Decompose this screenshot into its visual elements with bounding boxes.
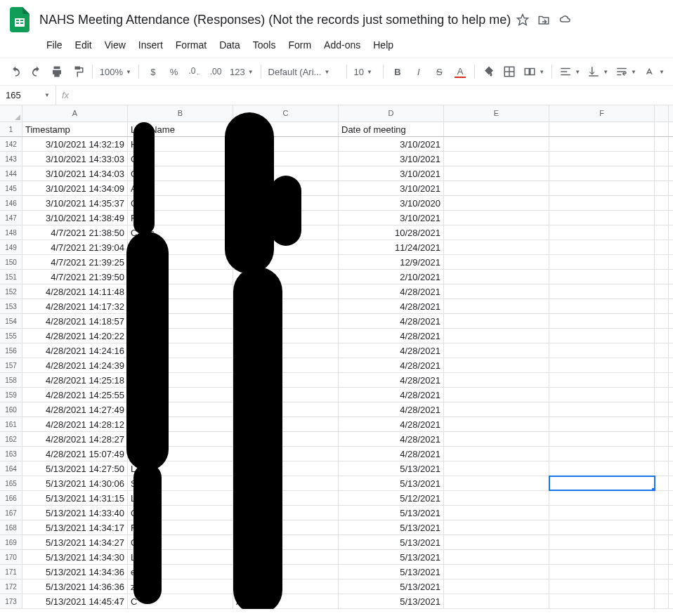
cell[interactable]	[233, 432, 339, 446]
row-header[interactable]: 152	[0, 284, 22, 299]
row-header[interactable]: 160	[0, 402, 22, 417]
cell[interactable]	[233, 373, 339, 387]
cell[interactable]	[444, 166, 549, 181]
cell[interactable]: 12/9/2021	[339, 255, 444, 269]
cell[interactable]	[655, 211, 669, 225]
cell[interactable]: 4/28/2021 14:24:16	[22, 343, 128, 358]
cell[interactable]	[444, 299, 549, 313]
cell[interactable]: C	[128, 506, 233, 520]
horizontal-align-button[interactable]: ▼	[556, 65, 583, 78]
cell[interactable]	[655, 402, 669, 417]
cell[interactable]	[549, 476, 655, 490]
cell[interactable]: 5/13/2021	[339, 565, 444, 579]
cell[interactable]	[549, 122, 655, 136]
cell[interactable]	[444, 343, 549, 358]
cell[interactable]: Ca s	[128, 255, 233, 269]
cell[interactable]: L	[128, 491, 233, 505]
cell[interactable]	[233, 284, 339, 299]
row-header[interactable]: 173	[0, 594, 22, 608]
cell[interactable]: F	[128, 520, 233, 535]
cell[interactable]	[549, 284, 655, 299]
cell[interactable]: H	[128, 137, 233, 151]
cell[interactable]: 3/10/2021 14:35:37	[22, 196, 128, 210]
cell[interactable]: 4/28/2021 14:24:39	[22, 358, 128, 372]
row-header[interactable]: 166	[0, 491, 22, 505]
redo-button[interactable]	[27, 62, 46, 81]
column-header-d[interactable]: D	[339, 105, 444, 122]
cell[interactable]	[444, 402, 549, 417]
cell[interactable]	[444, 270, 549, 284]
cell[interactable]: l	[233, 196, 339, 210]
cell[interactable]	[549, 343, 655, 358]
row-header[interactable]: 148	[0, 225, 22, 240]
row-header[interactable]: 170	[0, 550, 22, 564]
column-header-f[interactable]: F	[549, 105, 655, 122]
italic-button[interactable]: I	[409, 62, 429, 81]
cell[interactable]	[233, 314, 339, 328]
cell[interactable]	[444, 122, 549, 136]
cell[interactable]: 5/13/2021	[339, 594, 444, 608]
cell[interactable]: 4/7/2021 21:38:50	[22, 225, 128, 240]
cell[interactable]	[233, 240, 339, 254]
cell[interactable]	[444, 373, 549, 387]
cell[interactable]	[655, 461, 669, 476]
cell[interactable]	[233, 476, 339, 490]
cell[interactable]: on	[233, 137, 339, 151]
cell[interactable]: dy	[128, 358, 233, 372]
cell[interactable]: 3/10/2021 14:34:03	[22, 166, 128, 181]
cell[interactable]	[655, 343, 669, 358]
cell[interactable]: 3/10/2021	[339, 211, 444, 225]
cell[interactable]	[549, 299, 655, 313]
cell[interactable]	[549, 240, 655, 254]
cell[interactable]: 5/13/2021	[339, 461, 444, 476]
row-header[interactable]: 169	[0, 535, 22, 549]
row-header[interactable]: 172	[0, 579, 22, 594]
cell[interactable]	[444, 388, 549, 402]
cell[interactable]: M	[233, 520, 339, 535]
cell[interactable]	[233, 152, 339, 166]
cell[interactable]: Z	[233, 550, 339, 564]
cell[interactable]: C tes	[128, 535, 233, 549]
document-title[interactable]: NAHS Meeting Attendance (Responses) (Not…	[39, 13, 511, 27]
cell[interactable]	[549, 491, 655, 505]
row-header[interactable]: 155	[0, 329, 22, 343]
cell[interactable]	[549, 506, 655, 520]
cell[interactable]	[444, 314, 549, 328]
cell[interactable]	[549, 137, 655, 151]
cell[interactable]: 4/28/2021 14:18:57	[22, 314, 128, 328]
cell[interactable]: 4/28/2021 14:11:48	[22, 284, 128, 299]
cell[interactable]: 4/28/2021 14:17:32	[22, 299, 128, 313]
cell[interactable]	[655, 181, 669, 195]
cell[interactable]: 4/28/2021 14:25:18	[22, 373, 128, 387]
vertical-align-button[interactable]: ▼	[584, 65, 611, 78]
cell[interactable]	[444, 579, 549, 594]
cell[interactable]: 4/28/2021	[339, 314, 444, 328]
row-header[interactable]: 157	[0, 358, 22, 372]
cell[interactable]: E	[233, 535, 339, 549]
menu-tools[interactable]: Tools	[247, 37, 282, 53]
cell[interactable]	[444, 225, 549, 240]
cell[interactable]: 5/12/2021	[339, 491, 444, 505]
cell[interactable]	[549, 314, 655, 328]
cell[interactable]: C	[128, 594, 233, 608]
menu-edit[interactable]: Edit	[70, 37, 98, 53]
cell[interactable]	[444, 594, 549, 608]
select-all-corner[interactable]	[0, 105, 22, 122]
cell[interactable]	[655, 417, 669, 431]
cell[interactable]: 3/10/2021 14:34:09	[22, 181, 128, 195]
cell[interactable]: C	[128, 196, 233, 210]
percent-button[interactable]: %	[164, 62, 184, 81]
row-header[interactable]: 147	[0, 211, 22, 225]
cell[interactable]	[444, 520, 549, 535]
cell[interactable]	[655, 565, 669, 579]
cell[interactable]: 11/24/2021	[339, 240, 444, 254]
cell[interactable]: 4/7/2021 21:39:04	[22, 240, 128, 254]
cell[interactable]: 4/28/2021 14:20:22	[22, 329, 128, 343]
row-header[interactable]: 153	[0, 299, 22, 313]
cell[interactable]: y	[128, 388, 233, 402]
cell[interactable]: 4/28/2021	[339, 329, 444, 343]
cell[interactable]: t Name	[233, 122, 339, 136]
cell[interactable]	[549, 447, 655, 461]
cell[interactable]	[233, 506, 339, 520]
cell[interactable]	[233, 181, 339, 195]
